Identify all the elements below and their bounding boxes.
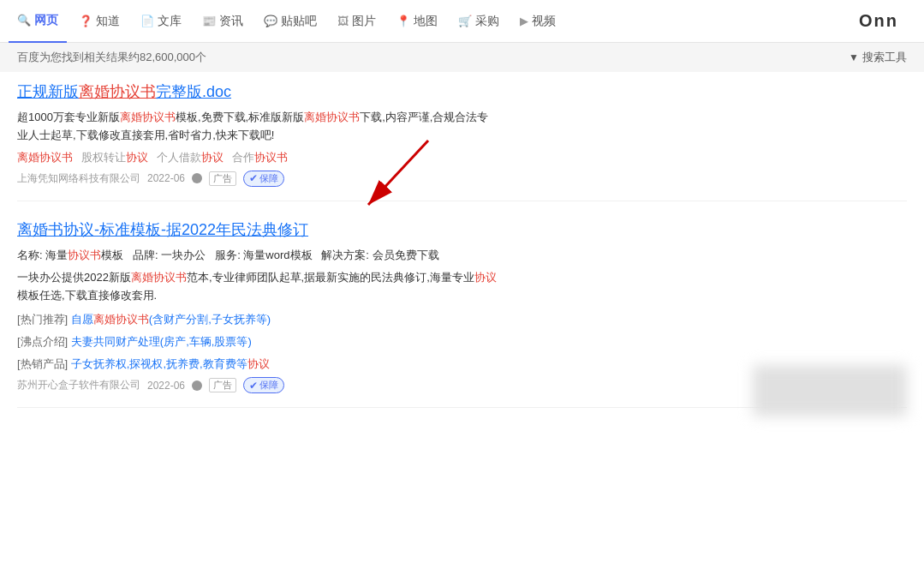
result2-bao-label: 保障	[259, 379, 278, 392]
main-content: 正规新版离婚协议书完整版.doc 超1000万套专业新版离婚协议书模板,免费下载…	[0, 72, 924, 434]
result1-source: 上海凭知网络科技有限公司	[17, 171, 140, 186]
top-nav: 🔍 网页 ❓ 知道 📄 文库 📰 资讯 💬 贴贴吧 🖼 图片 📍 地图 🛒 采购…	[0, 0, 924, 43]
result2-sublink1-link[interactable]: 自愿离婚协议书(含财产分割,子女抚养等)	[71, 313, 271, 326]
results-count: 百度为您找到相关结果约82,600,000个	[17, 50, 206, 65]
result1-hl1: 离婚协议书	[120, 111, 176, 123]
nav-right: Onn	[842, 0, 915, 43]
nav-label-caigou: 采购	[475, 14, 499, 29]
nav-item-tieba[interactable]: 💬 贴贴吧	[255, 0, 325, 43]
shipin-icon: ▶	[520, 15, 528, 27]
result1-verified-icon: ✔	[249, 172, 258, 184]
nav-label-zhidao: 知道	[96, 14, 120, 29]
nav-label-shipin: 视频	[532, 14, 556, 29]
nav-label-webpage: 网页	[34, 13, 58, 28]
result1-tags: 离婚协议书 股权转让协议 个人借款协议 合作协议书	[17, 150, 907, 165]
result2-sublink1: [热门推荐] 自愿离婚协议书(含财产分割,子女抚养等)	[17, 310, 907, 329]
result1-title-text2: 完整版.doc	[156, 83, 231, 100]
result2-title-text: 离婚书协议-标准模板-据2022年民法典修订	[17, 221, 308, 238]
nav-label-wenku: 文库	[158, 14, 182, 29]
result1-date: 2022-06	[147, 172, 185, 184]
result2-sublink3-link[interactable]: 子女抚养权,探视权,抚养费,教育费等协议	[71, 357, 270, 370]
zixun-icon: 📰	[202, 15, 216, 27]
result2-verified-icon: ✔	[249, 380, 258, 392]
result1-title[interactable]: 正规新版离婚协议书完整版.doc	[17, 81, 907, 104]
nav-item-ditu[interactable]: 📍 地图	[388, 0, 446, 43]
caigou-icon: 🛒	[458, 15, 472, 27]
nav-item-tupian[interactable]: 🖼 图片	[329, 0, 385, 43]
blurred-content-box	[753, 365, 907, 416]
ditu-icon: 📍	[396, 15, 410, 27]
result1-tag1[interactable]: 离婚协议书	[17, 150, 73, 165]
result1-desc: 超1000万套专业新版离婚协议书模板,免费下载,标准版新版离婚协议书下载,内容严…	[17, 109, 907, 145]
result1-title-hl1: 离婚协议书	[79, 83, 156, 100]
result2-sublink2-label: [沸点介绍]	[17, 335, 68, 348]
results-bar: 百度为您找到相关结果约82,600,000个 ▼ 搜索工具	[0, 43, 924, 72]
result1-hl2: 离婚协议书	[304, 111, 360, 123]
tieba-icon: 💬	[264, 15, 277, 27]
nav-item-zixun[interactable]: 📰 资讯	[194, 0, 252, 43]
result2-bao-badge: ✔ 保障	[243, 377, 284, 393]
result1-tag2[interactable]: 股权转让协议	[81, 150, 148, 165]
result-item-1: 正规新版离婚协议书完整版.doc 超1000万套专业新版离婚协议书模板,免费下载…	[17, 81, 907, 201]
result2-source: 苏州开心盒子软件有限公司	[17, 378, 140, 392]
result2-title[interactable]: 离婚书协议-标准模板-据2022年民法典修订	[17, 219, 907, 242]
nav-label-zixun: 资讯	[219, 14, 243, 29]
filter-icon: ▼	[849, 51, 859, 63]
result1-source-row: 上海凭知网络科技有限公司 2022-06 广告 ✔ 保障	[17, 171, 907, 187]
result2-dot-icon	[192, 380, 202, 391]
search-tools-label: 搜索工具	[862, 50, 907, 65]
result1-tag4[interactable]: 合作协议书	[232, 150, 288, 165]
result2-date: 2022-06	[147, 380, 185, 392]
search-tools-button[interactable]: ▼ 搜索工具	[849, 50, 907, 65]
zhidao-icon: ❓	[79, 15, 92, 27]
search-icon: 🔍	[17, 14, 31, 27]
result2-sublink3-label: [热销产品]	[17, 357, 68, 370]
result1-bao-label: 保障	[259, 172, 278, 185]
result1-title-text1: 正规新版	[17, 83, 79, 100]
nav-item-webpage[interactable]: 🔍 网页	[9, 0, 67, 43]
tupian-icon: 🖼	[337, 15, 349, 27]
result2-desc-line2: 一块办公提供2022新版离婚协议书范本,专业律师团队起草,据最新实施的民法典修订…	[17, 269, 907, 305]
result2-ad-badge: 广告	[209, 378, 236, 392]
result2-sublink1-label: [热门推荐]	[17, 313, 68, 326]
wenku-icon: 📄	[140, 15, 154, 27]
result2-desc-line1: 名称: 海量协议书模板 品牌: 一块办公 服务: 海量word模板 解决方案: …	[17, 247, 907, 265]
result1-bao-badge: ✔ 保障	[243, 171, 284, 187]
onn-logo: Onn	[842, 11, 915, 31]
result1-dot-icon	[192, 173, 202, 183]
result1-tag3[interactable]: 个人借款协议	[157, 150, 224, 165]
result1-ad-badge: 广告	[209, 171, 236, 186]
nav-item-wenku[interactable]: 📄 文库	[132, 0, 190, 43]
nav-item-caigou[interactable]: 🛒 采购	[450, 0, 508, 43]
result2-sublink2: [沸点介绍] 夫妻共同财产处理(房产,车辆,股票等)	[17, 332, 907, 351]
nav-label-tupian: 图片	[352, 14, 376, 29]
nav-item-zhidao[interactable]: ❓ 知道	[70, 0, 128, 43]
result2-sublink2-link[interactable]: 夫妻共同财产处理(房产,车辆,股票等)	[71, 335, 252, 348]
nav-label-ditu: 地图	[414, 14, 438, 29]
nav-label-tieba: 贴贴吧	[281, 14, 317, 29]
nav-item-shipin[interactable]: ▶ 视频	[511, 0, 564, 43]
